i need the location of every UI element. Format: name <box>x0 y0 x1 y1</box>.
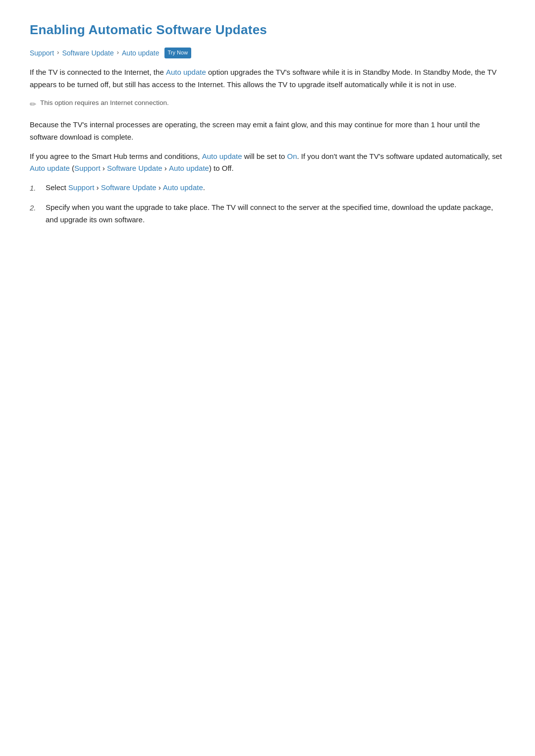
note-block: ✏ This option requires an Internet conne… <box>30 98 505 111</box>
para3-text-will-be: will be set to <box>242 152 287 160</box>
paragraph-3: If you agree to the Smart Hub terms and … <box>30 151 505 175</box>
note-icon: ✏ <box>30 98 36 111</box>
para3-sep1: › <box>101 164 107 172</box>
step1-period: . <box>203 183 205 192</box>
steps-list: 1. Select Support › Software Update › Au… <box>30 182 505 226</box>
step1-highlight-support: Support <box>68 183 95 192</box>
step1-sep1: › <box>94 183 101 192</box>
breadcrumb-sep-1: › <box>57 48 59 58</box>
para3-text-paren-open: ( <box>70 164 74 172</box>
breadcrumb: Support › Software Update › Auto update … <box>30 48 505 58</box>
para3-highlight-auto-update: Auto update <box>202 152 242 160</box>
step-2: 2. Specify when you want the upgrade to … <box>30 202 505 226</box>
para3-highlight-support: Support <box>74 164 101 172</box>
para1-highlight-auto-update: Auto update <box>166 68 206 76</box>
try-now-badge[interactable]: Try Now <box>164 48 192 58</box>
para2-text: Because the TV's internal processes are … <box>30 120 480 141</box>
paragraph-1: If the TV is connected to the Internet, … <box>30 66 505 91</box>
paragraph-2: Because the TV's internal processes are … <box>30 119 505 144</box>
para3-highlight-on: On <box>287 152 297 160</box>
para3-highlight-auto-update-3: Auto update <box>169 164 209 172</box>
step-2-number: 2. <box>30 202 39 214</box>
breadcrumb-support[interactable]: Support <box>30 48 54 58</box>
para3-text-if-not: . If you don't want the TV's software up… <box>297 152 502 160</box>
note-text: This option requires an Internet connect… <box>40 98 169 108</box>
page-title: Enabling Automatic Software Updates <box>30 20 505 41</box>
step1-highlight-auto-update: Auto update <box>163 183 203 192</box>
step-1-number: 1. <box>30 182 39 195</box>
para3-highlight-auto-update-2: Auto update <box>30 164 70 172</box>
para3-text-end: ) to Off. <box>209 164 234 172</box>
breadcrumb-sep-2: › <box>117 48 119 58</box>
step-2-content: Specify when you want the upgrade to tak… <box>46 202 505 226</box>
step1-sep2: › <box>156 183 162 192</box>
step1-highlight-software-update: Software Update <box>101 183 157 192</box>
para3-text-before: If you agree to the Smart Hub terms and … <box>30 152 202 160</box>
para1-text-before: If the TV is connected to the Internet, … <box>30 68 166 76</box>
step-1-content: Select Support › Software Update › Auto … <box>46 182 505 194</box>
breadcrumb-software-update[interactable]: Software Update <box>62 48 113 58</box>
breadcrumb-auto-update[interactable]: Auto update <box>122 48 160 58</box>
step1-text-select: Select <box>46 183 68 192</box>
step-1: 1. Select Support › Software Update › Au… <box>30 182 505 195</box>
para3-sep2: › <box>162 164 169 172</box>
para3-highlight-software-update: Software Update <box>107 164 162 172</box>
